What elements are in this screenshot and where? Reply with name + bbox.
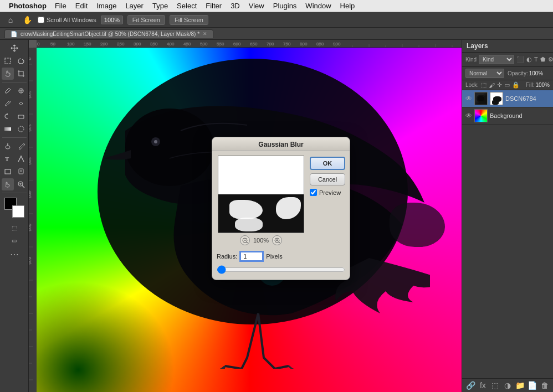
menu-window[interactable]: Window [301,1,335,11]
app-name[interactable]: Photoshop [9,2,47,10]
hand-tool-2[interactable] [2,178,14,190]
blur-preview [218,156,304,233]
layer-mask-btn[interactable]: ⬚ [490,381,500,390]
canvas-area: 0 50 100 150 200 250 300 350 400 450 500… [29,40,462,392]
pen-tool[interactable] [15,140,27,152]
quick-mask-btn[interactable]: ⬚ [8,221,21,234]
menu-3d[interactable]: 3D [227,1,244,11]
dialog-title: Gaussian Blur [212,137,350,151]
layer-visibility-dscn6784[interactable]: 👁 [465,95,472,102]
rectangle-tool[interactable] [2,166,14,178]
history-brush-tool[interactable] [2,110,14,122]
radius-slider[interactable] [217,265,345,274]
path-selection-tool[interactable] [15,153,27,165]
layer-delete-btn[interactable]: 🗑 [540,381,550,390]
svg-text:400: 400 [167,42,175,47]
rectangular-marquee-tool[interactable] [2,55,14,67]
lock-image-icon[interactable]: 🖌 [489,82,495,89]
hand-tool[interactable] [2,68,14,80]
menu-image[interactable]: Image [93,1,120,11]
fill-screen-button[interactable]: Fill Screen [170,15,208,25]
layer-item-background[interactable]: 👁 Background [462,107,553,125]
lock-artboard-icon[interactable]: ▭ [504,81,510,89]
svg-text:650: 650 [250,42,258,47]
lock-transparent-icon[interactable]: ⬚ [481,81,487,89]
menu-filter[interactable]: Filter [202,1,226,11]
preview-dark [218,194,304,233]
scroll-all-windows-checkbox[interactable] [38,17,44,23]
background-color[interactable] [12,205,24,218]
healing-brush-tool[interactable] [15,85,27,97]
filter-pixel-icon[interactable]: ⬛ [516,56,524,64]
main-area: T ⬚ [0,40,553,392]
tool-separator-2 [2,137,27,138]
type-tool[interactable]: T [2,153,14,165]
menu-plugins[interactable]: Plugins [269,1,301,11]
layer-new-btn[interactable]: 📄 [527,381,537,390]
ok-button[interactable]: OK [310,157,345,170]
crop-tool[interactable] [15,68,27,80]
svg-line-104 [279,242,280,243]
lock-position-icon[interactable]: ✛ [497,81,502,89]
layer-item-dscn6784[interactable]: 👁 DSCN6784 [462,90,553,107]
svg-point-96 [154,140,157,143]
filter-type-icon[interactable]: T [534,56,538,64]
menu-edit[interactable]: Edit [71,1,91,11]
hand-tool-btn[interactable]: ✋ [21,14,33,26]
menu-file[interactable]: File [51,1,70,11]
zoom-input[interactable] [101,16,123,24]
home-icon[interactable]: ⌂ [4,14,17,26]
zoom-tool[interactable] [15,178,27,190]
layer-link-btn[interactable]: 🔗 [465,381,475,390]
fit-screen-button[interactable]: Fit Screen [127,15,165,25]
filter-shape-icon[interactable]: ⬟ [540,56,546,64]
filter-smart-icon[interactable]: ⚙ [548,56,553,64]
screen-mode-btn[interactable]: ▭ [8,234,21,246]
notes-tool[interactable] [15,166,27,178]
radius-input[interactable] [240,252,263,261]
document-tab-icon: 📄 [11,31,17,37]
zoom-in-btn[interactable] [272,235,282,245]
menu-layer[interactable]: Layer [121,1,147,11]
blur-tool[interactable] [15,123,27,135]
extra-tools-btn[interactable]: ⋯ [10,249,19,260]
clone-stamp-tool[interactable] [15,97,27,110]
zoom-out-btn[interactable] [240,235,250,245]
layer-fx-btn[interactable]: fx [478,381,488,390]
preview-shape-2 [276,197,301,219]
layer-adj-btn[interactable]: ◑ [503,381,513,390]
lasso-tool[interactable] [15,55,27,67]
layer-name-background: Background [490,112,550,119]
svg-rect-64 [29,48,37,392]
layer-group-btn[interactable]: 📁 [515,381,525,390]
eraser-tool[interactable] [15,110,27,122]
tool-separator-3 [2,193,27,193]
opacity-value[interactable]: 100% [529,70,544,76]
svg-rect-5 [4,127,11,131]
kind-select[interactable]: Kind Name Effect Mode Attribute Color [479,55,514,64]
blend-mode-select[interactable]: Normal Multiply Screen Overlay Soft Ligh… [465,69,504,78]
svg-text:850: 850 [316,42,324,47]
gradient-tool[interactable] [2,123,14,135]
eyedropper-tool[interactable] [2,85,14,97]
preview-checkbox[interactable] [310,189,317,196]
fill-value[interactable]: 100% [535,82,550,88]
lock-all-icon[interactable]: 🔒 [512,81,520,89]
menu-help[interactable]: Help [336,1,359,11]
close-tab-icon[interactable]: ✕ [203,31,207,37]
move-tool[interactable] [8,42,21,54]
menu-type[interactable]: Type [149,1,172,11]
filter-adj-icon[interactable]: ◐ [526,56,532,64]
dialog-bottom: Radius: Pixels [212,250,350,275]
layer-visibility-background[interactable]: 👁 [465,112,472,120]
cancel-button[interactable]: Cancel [310,173,345,185]
ruler-top: 0 50 100 150 200 250 300 350 400 450 500… [37,40,462,48]
brush-tool[interactable] [2,97,14,110]
menu-view[interactable]: View [245,1,268,11]
document-tab[interactable]: 📄 crowMaskingEditingSmartObject.tif @ 50… [4,29,213,38]
svg-text:T: T [5,156,9,162]
dodge-tool[interactable] [2,140,14,152]
fill-wrap: Fill: 100% [526,82,550,88]
document-tab-title: crowMaskingEditingSmartObject.tif @ 50% … [21,31,199,37]
menu-select[interactable]: Select [173,1,201,11]
